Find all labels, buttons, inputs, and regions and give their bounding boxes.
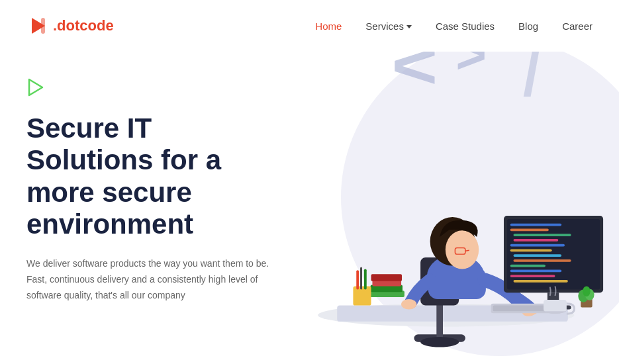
svg-rect-29 [510,269,561,272]
svg-rect-5 [436,302,443,338]
svg-rect-43 [544,300,567,311]
svg-rect-39 [356,270,359,289]
svg-rect-20 [510,224,561,226]
svg-rect-24 [510,244,564,247]
svg-rect-30 [510,275,555,277]
logo[interactable]: .dotcode [26,14,114,38]
svg-rect-21 [510,228,548,231]
svg-rect-41 [364,269,367,289]
hero-description: We deliver software products the way you… [26,256,278,303]
svg-rect-0 [41,18,45,34]
left-content: Secure IT Solutions for a more secure en… [0,52,310,364]
nav-blog[interactable]: Blog [518,21,538,32]
svg-marker-1 [29,79,42,95]
desk-illustration [260,52,619,364]
svg-rect-22 [513,234,571,236]
svg-rect-31 [513,280,567,283]
main-nav: Home Services Case Studies Blog Career [315,21,593,32]
svg-point-6 [420,337,459,347]
nav-career[interactable]: Career [562,21,593,32]
svg-rect-40 [360,267,362,290]
logo-text: .dotcode [53,17,114,34]
hero-title: Secure IT Solutions for a more secure en… [26,113,283,240]
logo-icon [26,14,50,38]
svg-rect-37 [371,274,401,281]
nav-home[interactable]: Home [315,21,342,32]
svg-point-13 [446,230,479,269]
svg-rect-27 [513,259,571,262]
svg-point-47 [583,287,591,296]
play-icon [26,78,45,97]
nav-services[interactable]: Services [365,21,412,32]
svg-rect-23 [513,239,558,242]
svg-point-11 [401,299,416,309]
svg-line-15 [465,250,469,251]
svg-rect-26 [513,254,561,257]
nav-case-studies[interactable]: Case Studies [436,21,495,32]
chevron-down-icon [406,25,412,28]
main-content: Secure IT Solutions for a more secure en… [0,52,619,364]
svg-rect-9 [428,267,485,299]
svg-rect-28 [510,265,545,267]
right-illustration: < / > [260,52,619,364]
svg-rect-38 [353,287,371,306]
header: .dotcode Home Services Case Studies Blog… [0,0,619,52]
svg-rect-25 [510,249,551,251]
